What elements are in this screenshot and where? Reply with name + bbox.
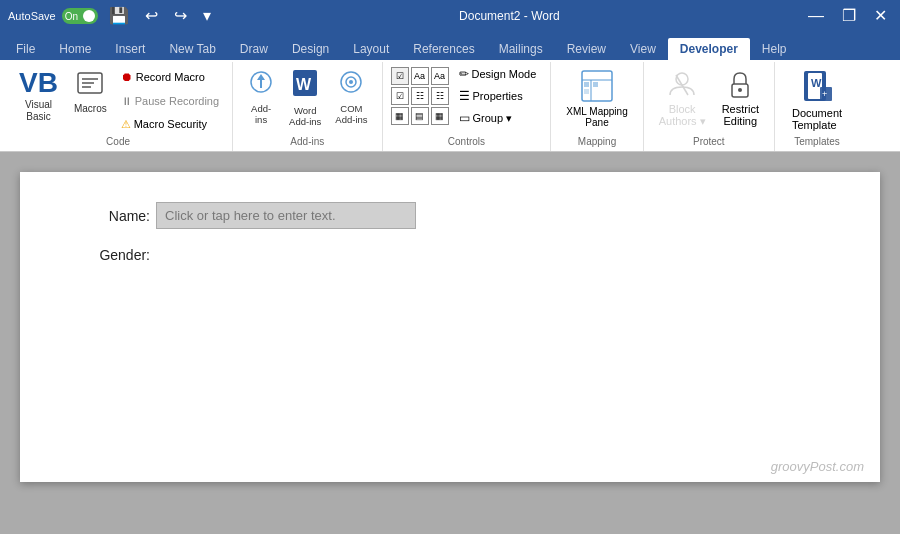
pause-recording-label: Pause Recording bbox=[135, 95, 219, 107]
design-mode-button[interactable]: ✏ Design Mode bbox=[453, 64, 543, 84]
visual-basic-label: VisualBasic bbox=[25, 99, 52, 123]
word-add-ins-label: WordAdd-ins bbox=[289, 105, 321, 128]
com-add-ins-button[interactable]: COMAdd-ins bbox=[329, 64, 373, 130]
visual-basic-icon: VB bbox=[19, 69, 58, 97]
svg-text:+: + bbox=[822, 89, 827, 99]
name-input[interactable]: Click or tap here to enter text. bbox=[156, 202, 416, 229]
protect-group-label: Protect bbox=[652, 136, 766, 149]
addins-group-label: Add-ins bbox=[241, 136, 373, 149]
svg-point-21 bbox=[738, 88, 742, 92]
record-macro-icon: ⏺ bbox=[121, 70, 133, 84]
ctrl-icon-4[interactable]: ☑ bbox=[391, 87, 409, 105]
add-ins-icon bbox=[247, 68, 275, 103]
tab-references[interactable]: References bbox=[401, 38, 486, 60]
group-label: Group ▾ bbox=[473, 112, 513, 125]
word-add-ins-button[interactable]: W WordAdd-ins bbox=[283, 64, 327, 132]
ribbon-group-addins: Add-ins W WordAdd-ins bbox=[233, 62, 382, 151]
block-authors-label: BlockAuthors ▾ bbox=[659, 103, 706, 128]
macro-security-warning-icon: ⚠ bbox=[121, 118, 131, 131]
tab-draw[interactable]: Draw bbox=[228, 38, 280, 60]
macros-button[interactable]: Macros bbox=[67, 64, 114, 120]
tab-newtab[interactable]: New Tab bbox=[157, 38, 227, 60]
svg-text:W: W bbox=[811, 77, 822, 89]
record-macro-button[interactable]: ⏺ Record Macro bbox=[116, 67, 224, 87]
design-mode-label: Design Mode bbox=[472, 68, 537, 80]
restore-button[interactable]: ❐ bbox=[837, 6, 861, 26]
customize-button[interactable]: ▾ bbox=[198, 6, 216, 26]
autosave-toggle[interactable]: On bbox=[62, 8, 98, 24]
properties-icon: ☰ bbox=[459, 89, 470, 103]
ribbon-group-templates: W + DocumentTemplate Templates bbox=[775, 62, 859, 151]
tab-help[interactable]: Help bbox=[750, 38, 799, 60]
document-template-button[interactable]: W + DocumentTemplate bbox=[783, 64, 851, 136]
pause-recording-button[interactable]: ⏸ Pause Recording bbox=[116, 92, 224, 110]
document-page: Name: Click or tap here to enter text. G… bbox=[20, 172, 880, 482]
svg-text:W: W bbox=[296, 76, 312, 93]
tab-developer[interactable]: Developer bbox=[668, 38, 750, 60]
tab-design[interactable]: Design bbox=[280, 38, 341, 60]
undo-button[interactable]: ↩ bbox=[140, 6, 163, 26]
properties-label: Properties bbox=[473, 90, 523, 102]
document-template-icon: W + bbox=[800, 69, 834, 107]
xml-mapping-pane-label: XML MappingPane bbox=[566, 106, 627, 128]
com-add-ins-label: COMAdd-ins bbox=[335, 103, 367, 126]
ctrl-icon-1[interactable]: ☑ bbox=[391, 67, 409, 85]
ctrl-icon-3[interactable]: Aa bbox=[431, 67, 449, 85]
window-title: Document2 - Word bbox=[216, 9, 803, 23]
ctrl-icon-5[interactable]: ☷ bbox=[411, 87, 429, 105]
controls-top-area: ☑ Aa Aa ☑ ☷ ☷ ▦ ▤ ▦ ✏ Design Mode bbox=[391, 64, 543, 128]
tab-insert[interactable]: Insert bbox=[103, 38, 157, 60]
com-add-ins-icon bbox=[337, 68, 365, 103]
mapping-group-label: Mapping bbox=[559, 136, 634, 149]
ribbon-group-protect: BlockAuthors ▾ RestrictEditing Protect bbox=[644, 62, 775, 151]
mapping-group-content: XML MappingPane bbox=[559, 64, 634, 136]
title-bar: AutoSave On 💾 ↩ ↪ ▾ Document2 - Word — ❐… bbox=[0, 0, 900, 32]
ctrl-icon-7[interactable]: ▦ bbox=[391, 107, 409, 125]
svg-point-11 bbox=[349, 80, 353, 84]
group-button[interactable]: ▭ Group ▾ bbox=[453, 108, 543, 128]
xml-mapping-pane-button[interactable]: XML MappingPane bbox=[559, 64, 634, 132]
tab-review[interactable]: Review bbox=[555, 38, 618, 60]
macro-security-label: Macro Security bbox=[134, 118, 207, 130]
svg-rect-16 bbox=[593, 82, 598, 87]
svg-line-19 bbox=[676, 75, 688, 95]
controls-icon-grid: ☑ Aa Aa ☑ ☷ ☷ ▦ ▤ ▦ bbox=[391, 64, 449, 125]
visual-basic-button[interactable]: VB VisualBasic bbox=[12, 64, 65, 128]
properties-button[interactable]: ☰ Properties bbox=[453, 86, 543, 106]
ctrl-icon-6[interactable]: ☷ bbox=[431, 87, 449, 105]
restrict-editing-label: RestrictEditing bbox=[722, 103, 759, 127]
pause-recording-icon: ⏸ bbox=[121, 95, 132, 107]
add-ins-label: Add-ins bbox=[251, 103, 271, 126]
autosave-label: AutoSave bbox=[8, 10, 56, 22]
macro-security-button[interactable]: ⚠ Macro Security bbox=[116, 115, 224, 134]
controls-group-content: ☑ Aa Aa ☑ ☷ ☷ ▦ ▤ ▦ ✏ Design Mode bbox=[391, 64, 543, 136]
protect-group-content: BlockAuthors ▾ RestrictEditing bbox=[652, 64, 766, 136]
tab-layout[interactable]: Layout bbox=[341, 38, 401, 60]
title-bar-left: AutoSave On 💾 ↩ ↪ ▾ bbox=[8, 6, 216, 26]
ctrl-icon-2[interactable]: Aa bbox=[411, 67, 429, 85]
xml-mapping-pane-icon bbox=[579, 68, 615, 106]
minimize-button[interactable]: — bbox=[803, 6, 829, 26]
autosave-knob bbox=[83, 10, 95, 22]
ctrl-icon-8[interactable]: ▤ bbox=[411, 107, 429, 125]
word-add-ins-icon: W bbox=[291, 68, 319, 105]
tab-mailings[interactable]: Mailings bbox=[487, 38, 555, 60]
tab-home[interactable]: Home bbox=[47, 38, 103, 60]
redo-button[interactable]: ↪ bbox=[169, 6, 192, 26]
watermark: groovyPost.com bbox=[771, 459, 864, 474]
group-icon: ▭ bbox=[459, 111, 470, 125]
close-button[interactable]: ✕ bbox=[869, 6, 892, 26]
save-button[interactable]: 💾 bbox=[104, 6, 134, 26]
ctrl-icon-9[interactable]: ▦ bbox=[431, 107, 449, 125]
tab-file[interactable]: File bbox=[4, 38, 47, 60]
tab-view[interactable]: View bbox=[618, 38, 668, 60]
ribbon-body: VB VisualBasic Macros ⏺ bbox=[0, 60, 900, 152]
add-ins-button[interactable]: Add-ins bbox=[241, 64, 281, 130]
record-macro-label: Record Macro bbox=[136, 71, 205, 83]
svg-marker-5 bbox=[257, 74, 265, 80]
ribbon-group-mapping: XML MappingPane Mapping bbox=[551, 62, 643, 151]
document-area: Name: Click or tap here to enter text. G… bbox=[0, 152, 900, 534]
restrict-editing-button[interactable]: RestrictEditing bbox=[715, 64, 766, 132]
document-template-label: DocumentTemplate bbox=[792, 107, 842, 131]
design-mode-icon: ✏ bbox=[459, 67, 469, 81]
